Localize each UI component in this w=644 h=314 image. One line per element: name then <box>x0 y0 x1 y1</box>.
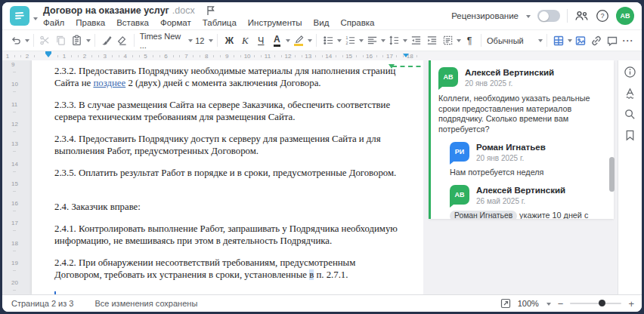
insert-image-button[interactable] <box>573 32 588 49</box>
numbered-list-button[interactable]: 12 <box>342 32 358 49</box>
menu-item-0[interactable]: Файл <box>43 18 64 27</box>
formatting-toolbar: Times New ... 12 Ж К Ч А 12 <box>2 29 642 51</box>
bullet-list-button[interactable] <box>320 32 336 49</box>
paragraph[interactable]: 2.4.2. При обнаружении несоответствий тр… <box>54 257 404 281</box>
ruler-number: 11 <box>265 53 271 60</box>
paragraph-style-caret-icon[interactable] <box>538 39 543 45</box>
indent-marker[interactable] <box>45 54 51 60</box>
paste-caret-icon[interactable] <box>86 39 91 45</box>
review-toggle[interactable] <box>537 10 560 22</box>
bullet-list-caret-icon[interactable] <box>337 39 342 45</box>
font-family-caret-icon[interactable] <box>188 39 193 45</box>
menu-item-7[interactable]: Справка <box>340 18 374 27</box>
show-paragraph-marks-button[interactable]: ¶ <box>462 32 477 49</box>
fit-page-icon[interactable] <box>500 298 511 309</box>
line-spacing-caret-icon[interactable] <box>403 39 407 45</box>
underline-button[interactable]: Ч <box>253 32 268 49</box>
menu-item-4[interactable]: Таблица <box>203 18 237 27</box>
help-icon[interactable]: ? <box>596 9 609 23</box>
zoom-out-button[interactable]: − <box>558 299 564 309</box>
menu-item-5[interactable]: Инструменты <box>248 18 302 27</box>
user-avatar[interactable]: АВ <box>616 7 634 25</box>
comment[interactable]: АВАлексей Вертинский20 янв 2025 г.Коллег… <box>438 67 606 134</box>
ruler-number: 2 <box>26 53 29 60</box>
tracked-insertion: позднее <box>93 78 125 88</box>
paragraph[interactable]: 2.3.2. Предоставить Подрядчику необходим… <box>54 66 404 89</box>
menu-item-2[interactable]: Вставка <box>116 18 149 27</box>
comments-scrollbar[interactable] <box>609 157 615 192</box>
decrease-indent-button[interactable] <box>408 32 423 49</box>
review-caret-icon[interactable] <box>526 15 531 20</box>
paragraph-settings-button[interactable] <box>440 32 455 49</box>
svg-text:2: 2 <box>345 41 348 45</box>
insert-table-button[interactable] <box>551 32 566 49</box>
horizontal-ruler[interactable]: 21123456789101112131415161718 <box>2 51 642 60</box>
highlight-color-caret-icon[interactable] <box>308 39 312 45</box>
ruler-number: 12 <box>11 121 18 128</box>
comment-reply[interactable]: АВАлексей Вертинский26 май 2025 г.Роман … <box>450 185 606 220</box>
paragraph[interactable]: 2.3.4. Предоставить Подрядчику доступ к … <box>54 134 404 157</box>
format-painter-button[interactable] <box>99 32 114 49</box>
paragraph[interactable]: 2.4.1. Контролировать выполнение Работ, … <box>54 223 404 247</box>
insert-table-caret-icon[interactable] <box>568 39 572 45</box>
cut-button[interactable] <box>38 32 53 49</box>
ruler-number: 8 <box>205 53 208 60</box>
spellcheck-icon[interactable] <box>624 87 636 100</box>
bold-button[interactable]: Ж <box>221 32 237 49</box>
document-extension: .docx <box>172 5 195 16</box>
zoom-slider[interactable] <box>570 303 621 304</box>
app-logo-icon[interactable] <box>10 6 29 26</box>
review-mode-label[interactable]: Рецензирование <box>451 11 519 20</box>
font-size-select[interactable]: 12 <box>194 36 207 45</box>
mention-chip[interactable]: Роман Игнатьев <box>450 211 517 220</box>
menu-item-3[interactable]: Формат <box>160 18 191 27</box>
font-color-button[interactable]: А <box>269 32 284 49</box>
menu-item-1[interactable]: Правка <box>76 18 105 27</box>
document-info-icon[interactable] <box>624 66 636 78</box>
paragraph[interactable]: 2.3.3. В случае размещения Сайта на серв… <box>54 100 404 123</box>
logo-menu-caret-icon[interactable] <box>33 17 38 23</box>
font-family-select[interactable]: Times New ... <box>138 32 187 50</box>
document-page[interactable]: 2.3.2. Предоставить Подрядчику необходим… <box>32 60 423 294</box>
comment-thread[interactable]: АВАлексей Вертинский20 янв 2025 г.Коллег… <box>429 60 614 219</box>
align-caret-icon[interactable] <box>381 39 385 45</box>
divider <box>94 34 95 47</box>
search-icon[interactable] <box>624 108 636 121</box>
svg-text:1: 1 <box>345 35 348 40</box>
numbered-list-caret-icon[interactable] <box>359 39 364 45</box>
line-spacing-button[interactable] <box>386 32 401 49</box>
paste-button[interactable] <box>70 32 85 49</box>
comment-text: Роман Игнатьев укажите 10 дней с запасом <box>450 211 606 220</box>
font-size-caret-icon[interactable] <box>209 39 213 45</box>
menu-item-6[interactable]: Вид <box>314 18 330 27</box>
more-tools-button[interactable]: ··· <box>621 32 636 49</box>
zoom-level[interactable]: 100% <box>518 299 539 308</box>
page-indicator[interactable]: Страница 2 из 3 <box>11 299 73 308</box>
indent-marker[interactable] <box>403 54 409 60</box>
zoom-caret-icon[interactable] <box>546 303 551 308</box>
copy-button[interactable] <box>54 32 69 49</box>
bookmark-icon[interactable] <box>624 129 636 142</box>
clear-format-eraser-button[interactable] <box>115 32 130 49</box>
increase-indent-button[interactable] <box>424 32 439 49</box>
vertical-ruler[interactable]: 91011121314151617181920 <box>2 60 29 294</box>
font-color-caret-icon[interactable] <box>286 39 290 45</box>
paragraph[interactable]: 2.4. Заказчик вправе: <box>54 202 404 214</box>
right-sidebar <box>618 60 642 294</box>
undo-caret-icon[interactable] <box>25 39 29 45</box>
paragraph-settings-caret-icon[interactable] <box>457 39 461 45</box>
paragraph[interactable]: 2.3.5. Оплатить результат Работ в порядк… <box>54 168 404 180</box>
favorite-flag-icon[interactable] <box>206 5 215 16</box>
zoom-in-button[interactable]: + <box>628 299 634 309</box>
align-button[interactable] <box>364 32 379 49</box>
comment-reply[interactable]: РИРоман Игнатьев20 янв 2025 г.Нам потреб… <box>450 142 606 178</box>
ruler-number: 15 <box>345 53 352 60</box>
insert-link-button[interactable] <box>589 32 604 49</box>
undo-button[interactable] <box>8 32 23 49</box>
insert-comment-button[interactable] <box>605 32 620 49</box>
highlight-color-button[interactable] <box>291 32 306 49</box>
italic-button[interactable]: К <box>237 32 252 49</box>
paragraph-style-select[interactable]: Обычный <box>485 36 537 45</box>
collaboration-users-icon[interactable] <box>574 10 589 22</box>
zoom-slider-handle[interactable] <box>599 300 605 306</box>
